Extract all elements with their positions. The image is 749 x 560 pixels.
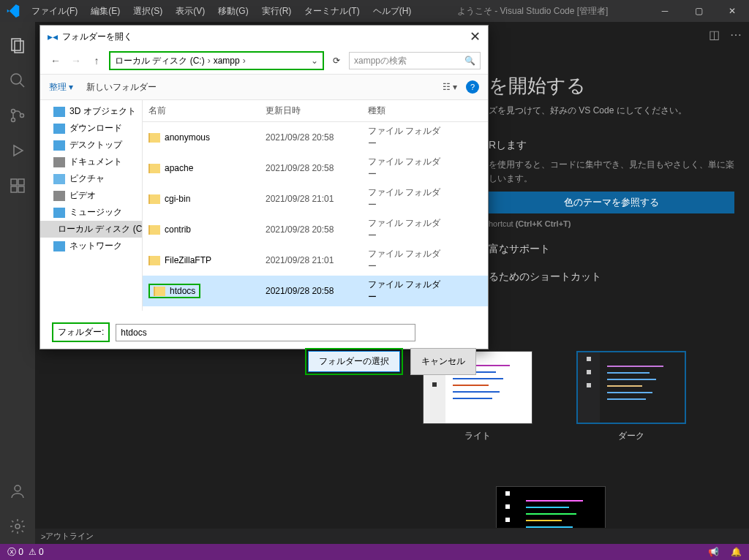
outline-panel[interactable]: > アウトライン: [35, 528, 749, 544]
file-type: ファイル フォルダー: [362, 245, 450, 276]
cancel-button[interactable]: キャンセル: [410, 348, 476, 375]
tree-item[interactable]: ミュージック: [40, 204, 142, 221]
svg-point-6: [20, 114, 24, 118]
section-desc: を使用すると、コードに集中でき、見た目もやさしく、単に楽しいます。: [489, 158, 734, 186]
column-type[interactable]: 種類: [362, 100, 450, 121]
tree-label: ビデオ: [69, 189, 96, 202]
column-name[interactable]: 名前: [143, 100, 260, 121]
file-name: anonymous: [165, 132, 210, 143]
breadcrumb[interactable]: ローカル ディスク (C:) › xampp › ⌄: [109, 51, 324, 70]
menu-selection[interactable]: 選択(S): [127, 2, 168, 20]
tree-label: ミュージック: [69, 206, 122, 219]
menu-run[interactable]: 実行(R): [256, 2, 298, 20]
menu-file[interactable]: ファイル(F): [26, 2, 83, 20]
search-input[interactable]: xamppの検索 🔍: [349, 52, 481, 69]
settings-gear-icon[interactable]: [0, 509, 35, 544]
dialog-close-icon[interactable]: ✕: [470, 29, 481, 45]
file-date: 2021/09/28 20:58: [260, 283, 362, 299]
svg-line-3: [20, 83, 24, 87]
tree-item[interactable]: ドキュメント: [40, 154, 142, 170]
file-type: ファイル フォルダー: [362, 153, 450, 183]
file-row[interactable]: apache2021/09/28 20:58ファイル フォルダー: [143, 153, 488, 183]
chevron-down-icon[interactable]: ⌄: [311, 56, 318, 66]
svg-point-12: [15, 485, 20, 491]
explorer-icon[interactable]: [0, 28, 35, 63]
section-title: Rします: [489, 139, 734, 152]
folder-icon: [53, 140, 65, 151]
file-row[interactable]: img2021/09/28 20:58ファイル フォルダー: [143, 306, 488, 311]
nav-up-icon[interactable]: ↑: [89, 55, 105, 67]
search-icon[interactable]: [0, 63, 35, 98]
maximize-icon[interactable]: ▢: [682, 0, 715, 22]
help-icon[interactable]: ?: [466, 80, 479, 94]
status-errors[interactable]: ⓧ 0: [7, 546, 23, 559]
menu-edit[interactable]: 編集(E): [85, 2, 126, 20]
folder-icon: [53, 241, 65, 251]
run-debug-icon[interactable]: [0, 133, 35, 168]
folder-label: フォルダー:: [52, 322, 110, 342]
more-actions-icon[interactable]: ⋯: [730, 28, 742, 42]
split-editor-icon[interactable]: ◫: [709, 28, 720, 42]
file-name: cgi-bin: [165, 194, 190, 204]
welcome-panel: を開始する ズを見つけて、好みの VS Code にしてください。 Rします を…: [489, 73, 734, 298]
tree-item[interactable]: ネットワーク: [40, 238, 142, 254]
svg-point-2: [11, 74, 21, 84]
open-folder-dialog: ▸◂ フォルダーを開く ✕ ← → ↑ ローカル ディスク (C:) › xam…: [39, 25, 489, 349]
tree-item[interactable]: ピクチャ: [40, 170, 142, 187]
tree-item[interactable]: ビデオ: [40, 187, 142, 204]
tree-label: ネットワーク: [69, 240, 122, 252]
chevron-right-icon: ›: [243, 56, 246, 66]
extensions-icon[interactable]: [0, 168, 35, 203]
theme-dark[interactable]: ダーク: [576, 351, 686, 442]
file-row[interactable]: anonymous2021/09/28 20:58ファイル フォルダー: [143, 122, 488, 153]
browse-themes-button[interactable]: 色のテーマを参照する: [489, 192, 734, 213]
file-row[interactable]: contrib2021/09/28 20:58ファイル フォルダー: [143, 214, 488, 245]
column-date[interactable]: 更新日時: [260, 100, 362, 121]
select-folder-button[interactable]: フォルダーの選択: [308, 351, 400, 372]
nav-back-icon[interactable]: ←: [48, 55, 64, 67]
status-warnings[interactable]: ⚠ 0: [29, 547, 44, 557]
feedback-icon[interactable]: 📢: [708, 547, 719, 557]
tree-label: デスクトップ: [69, 139, 122, 151]
file-date: 2021/09/28 20:58: [260, 222, 362, 238]
file-row[interactable]: cgi-bin2021/09/28 21:01ファイル フォルダー: [143, 183, 488, 214]
svg-marker-7: [14, 145, 23, 156]
file-list[interactable]: 名前 更新日時 種類 anonymous2021/09/28 20:58ファイル…: [143, 100, 488, 311]
accounts-icon[interactable]: [0, 474, 35, 509]
file-row[interactable]: FileZillaFTP2021/09/28 21:01ファイル フォルダー: [143, 245, 488, 276]
refresh-icon[interactable]: ⟳: [328, 56, 345, 66]
tree-item[interactable]: デスクトップ: [40, 137, 142, 154]
svg-rect-8: [11, 179, 17, 185]
svg-rect-10: [18, 186, 24, 192]
breadcrumb-folder[interactable]: xampp: [214, 56, 240, 66]
folder-name-input[interactable]: [116, 324, 415, 341]
breadcrumb-disk[interactable]: ローカル ディスク (C:): [115, 55, 205, 67]
folder-dialog-icon: ▸◂: [48, 31, 58, 42]
notifications-icon[interactable]: 🔔: [731, 547, 742, 557]
menu-help[interactable]: ヘルプ(H): [367, 2, 418, 20]
source-control-icon[interactable]: [0, 98, 35, 133]
menu-terminal[interactable]: ターミナル(T): [298, 2, 365, 20]
file-date: 2021/09/28 20:58: [260, 160, 362, 176]
folder-icon: [53, 107, 65, 117]
minimize-icon[interactable]: ─: [648, 0, 682, 22]
svg-point-13: [15, 524, 20, 529]
folder-icon: [53, 208, 65, 218]
tree-item[interactable]: ローカル ディスク (C: [40, 221, 142, 238]
view-options-icon[interactable]: ☷ ▾: [443, 82, 457, 92]
dialog-title: フォルダーを開く: [62, 31, 132, 43]
organize-button[interactable]: 整理 ▾: [49, 81, 73, 94]
file-date: 2021/09/28 20:58: [260, 129, 362, 145]
menu-go[interactable]: 移動(G): [212, 2, 254, 20]
menu-view[interactable]: 表示(V): [170, 2, 211, 20]
tree-item[interactable]: 3D オブジェクト: [40, 103, 142, 120]
file-row[interactable]: htdocs2021/09/28 20:58ファイル フォルダー: [143, 276, 488, 306]
new-folder-button[interactable]: 新しいフォルダー: [86, 81, 157, 94]
tree-item[interactable]: ダウンロード: [40, 120, 142, 137]
theme-label: ダーク: [576, 430, 686, 442]
nav-tree[interactable]: 3D オブジェクトダウンロードデスクトップドキュメントピクチャビデオミュージック…: [40, 100, 143, 311]
nav-forward-icon[interactable]: →: [68, 55, 84, 67]
search-icon: 🔍: [464, 56, 475, 66]
close-icon[interactable]: ✕: [715, 0, 749, 22]
tree-label: ダウンロード: [69, 122, 122, 135]
